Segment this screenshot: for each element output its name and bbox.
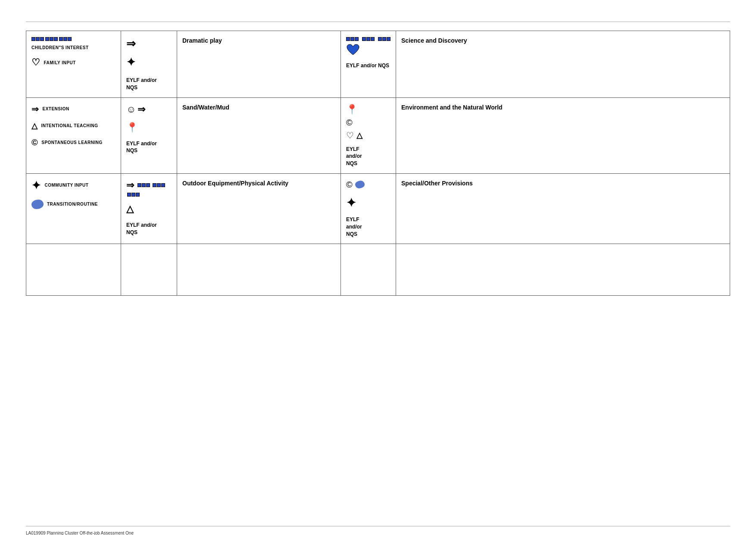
eylf-label-outcome-row3: EYLFand/orNQS — [346, 216, 390, 238]
grid-icon-row3b — [153, 183, 165, 187]
community-label: COMMUNITY INPUT — [45, 183, 89, 188]
footer-line1: LA019909 Planning Cluster Off-the-job As… — [26, 530, 730, 535]
triangle-row3: △ — [126, 203, 172, 215]
legend-cell-row3: ✦ COMMUNITY INPUT TRANSITION/ROUTINE — [26, 173, 121, 244]
arrow-box-legend-icon: ⇒ — [31, 104, 39, 114]
star-icon-eylf1: ✦ — [126, 56, 136, 69]
pin-icon-row2: 📍 — [126, 122, 172, 133]
extension-label: EXTENSION — [43, 106, 69, 111]
copyright-blob-row3: © — [346, 180, 390, 190]
arrow-row3: ⇒ — [126, 180, 134, 191]
outcome-title-row1: Science and Discovery — [401, 37, 725, 44]
activity-cell-row2: Sand/Water/Mud — [177, 97, 341, 173]
activity-cell-row3: Outdoor Equipment/Physical Activity — [177, 173, 341, 244]
eylf-cell-row4 — [121, 244, 177, 296]
eylf-label-outcome-row2: EYLFand/orNQS — [346, 146, 390, 167]
triangle-row2: △ — [356, 131, 362, 140]
heart-outline-row2: ♡ — [346, 130, 354, 141]
table-row: CHILDDREN"S INTEREST ♡ FAMILY INPUT ⇒ — [26, 31, 730, 98]
triangle-icon-row3: △ — [126, 203, 134, 214]
legend-item-childrens-interest — [31, 37, 116, 41]
outcome-icons-row3: © ✦ EYLFand/orNQS — [346, 180, 390, 238]
eylf-content-row3: ⇒ △ EYLF — [126, 180, 172, 236]
footer-text: LA019909 Planning Cluster Off-the-job As… — [26, 530, 730, 535]
grid-icons-row1 — [346, 37, 390, 41]
outcome-title-row3: Special/Other Provisions — [401, 180, 725, 187]
childrens-interest-label: CHILDDREN"S INTEREST — [31, 45, 89, 50]
legend-item-community: ✦ COMMUNITY INPUT — [31, 180, 116, 191]
planning-table: CHILDDREN"S INTEREST ♡ FAMILY INPUT ⇒ — [26, 31, 730, 296]
eylf-content-row1: ⇒ ✦ EYLF and/or NQS — [126, 37, 172, 91]
copyright-icon-outcome-row3: © — [346, 180, 353, 190]
star-legend-icon: ✦ — [31, 180, 41, 191]
table-row-empty — [26, 244, 730, 296]
outcome-icons-cell-row1: EYLF and/or NQS — [341, 31, 396, 98]
eylf-label-row2: EYLF and/orNQS — [126, 140, 172, 155]
activity-title-row2: Sand/Water/Mud — [182, 104, 335, 111]
eylf-label-row1: EYLF and/or NQS — [126, 77, 172, 91]
grid-icon-3 — [59, 37, 72, 41]
star-row3: ✦ — [346, 196, 390, 210]
activity-cell-row1: Dramatic play — [177, 31, 341, 98]
eylf-cell-row1: ⇒ ✦ EYLF and/or NQS — [121, 31, 177, 98]
legend-item-transition: TRANSITION/ROUTINE — [31, 200, 116, 209]
star-icon-row3: ✦ — [346, 196, 356, 210]
outcome-title-cell-row3: Special/Other Provisions — [396, 173, 730, 244]
outcome-title-cell-row1: Science and Discovery — [396, 31, 730, 98]
outcome-icons-cell-row3: © ✦ EYLFand/orNQS — [341, 173, 396, 244]
grid-icon-2 — [45, 37, 58, 41]
outcome-grid-icon-1c — [378, 37, 390, 41]
activity-cell-row4 — [177, 244, 341, 296]
legend-item-family-input: ♡ FAMILY INPUT — [31, 57, 116, 68]
table-row: ✦ COMMUNITY INPUT TRANSITION/ROUTINE ⇒ — [26, 173, 730, 244]
outcome-grid-icon-1a — [346, 37, 359, 41]
top-divider — [26, 22, 730, 22]
outcome-title-cell-row2: Environment and the Natural World — [396, 97, 730, 173]
legend-icons-row1: CHILDDREN"S INTEREST ♡ FAMILY INPUT — [31, 37, 116, 68]
activity-title-row1: Dramatic play — [182, 37, 335, 44]
legend-label-childrens-interest: CHILDDREN"S INTEREST — [31, 45, 116, 50]
heart-filled-icon-row1 — [346, 44, 390, 57]
table-row: ⇒ EXTENSION △ INTENTIONAL TEACHING © SPO… — [26, 97, 730, 173]
page-footer: LA019909 Planning Cluster Off-the-job As… — [26, 526, 730, 535]
outcome-icons-cell-row2: 📍 © ♡ △ EYLFand/orNQS — [341, 97, 396, 173]
blob-legend-icon — [31, 200, 44, 209]
copyright-legend-icon: © — [31, 138, 38, 147]
outcome-title-row2: Environment and the Natural World — [401, 104, 725, 111]
legend-icons-row2: ⇒ EXTENSION △ INTENTIONAL TEACHING © SPO… — [31, 104, 116, 147]
outcome-icons-cell-row4 — [341, 244, 396, 296]
page: CHILDDREN"S INTEREST ♡ FAMILY INPUT ⇒ — [0, 22, 756, 535]
arrow-box-icon: ⇒ — [126, 37, 136, 50]
pin-emoji-row2: 📍 — [346, 104, 358, 115]
eylf-star-row1: ✦ — [126, 56, 172, 69]
grid-icon-row3c — [127, 193, 140, 197]
legend-icons-row3: ✦ COMMUNITY INPUT TRANSITION/ROUTINE — [31, 180, 116, 209]
eylf-label-row3: EYLF and/orNQS — [126, 222, 172, 236]
eylf-icons-row1: ⇒ — [126, 37, 172, 50]
eylf-label-outcome-row1: EYLF and/or NQS — [346, 62, 390, 69]
smiley-icon-row2: ☺ — [126, 104, 136, 115]
eylf-icons-row2: ☺ ⇒ — [126, 104, 172, 115]
family-input-label: FAMILY INPUT — [44, 60, 76, 65]
heart-icon: ♡ — [31, 57, 41, 68]
legend-cell-row1: CHILDDREN"S INTEREST ♡ FAMILY INPUT — [26, 31, 121, 98]
copyright-icon-row2: © — [346, 118, 390, 128]
heart-triangle-row2: ♡ △ — [346, 130, 390, 141]
grid-icon-1 — [31, 37, 44, 41]
legend-item-extension: ⇒ EXTENSION — [31, 104, 116, 114]
legend-cell-row4 — [26, 244, 121, 296]
eylf-cell-row3: ⇒ △ EYLF — [121, 173, 177, 244]
pin-svg-row2: 📍 — [126, 122, 138, 133]
legend-item-spontaneous: © SPONTANEOUS LEARNING — [31, 138, 116, 147]
arrow-right-icon-row2: ⇒ — [137, 104, 145, 115]
transition-label: TRANSITION/ROUTINE — [47, 202, 98, 206]
pin-icon-outcome-row2: 📍 — [346, 104, 390, 115]
eylf-content-row2: ☺ ⇒ 📍 EYLF and/orNQS — [126, 104, 172, 155]
legend-cell-row2: ⇒ EXTENSION △ INTENTIONAL TEACHING © SPO… — [26, 97, 121, 173]
eylf-cell-row2: ☺ ⇒ 📍 EYLF and/orNQS — [121, 97, 177, 173]
outcome-icons-row1: EYLF and/or NQS — [346, 37, 390, 69]
outcome-grid-icon-1b — [362, 37, 375, 41]
copyright-symbol-row2: © — [346, 118, 353, 127]
outcome-icons-row2: 📍 © ♡ △ EYLFand/orNQS — [346, 104, 390, 167]
blob-icon-row3 — [355, 181, 365, 188]
